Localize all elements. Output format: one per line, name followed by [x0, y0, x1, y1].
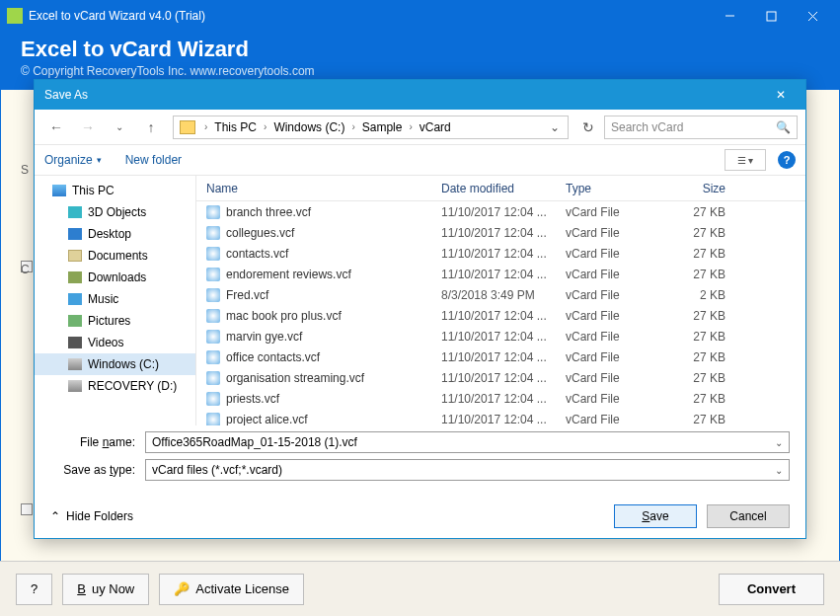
- tree-item[interactable]: Windows (C:): [35, 353, 195, 375]
- tree-item[interactable]: Videos: [35, 332, 195, 353]
- up-button[interactable]: ↑: [137, 114, 165, 141]
- help-icon[interactable]: ?: [778, 151, 796, 169]
- file-row[interactable]: Fred.vcf8/3/2018 3:49 PMvCard File2 KB: [196, 284, 805, 305]
- file-row[interactable]: collegues.vcf11/10/2017 12:04 ...vCard F…: [196, 222, 805, 243]
- file-row[interactable]: organisation streaming.vcf11/10/2017 12:…: [196, 367, 805, 388]
- vcard-icon: [206, 330, 220, 344]
- file-row[interactable]: endorement reviews.vcf11/10/2017 12:04 .…: [196, 264, 805, 284]
- search-input[interactable]: Search vCard 🔍: [604, 116, 798, 139]
- back-button[interactable]: ←: [42, 114, 70, 141]
- save-type-select[interactable]: vCard files (*.vcf;*.vcard)⌄: [145, 459, 790, 481]
- folder-type-icon: [68, 293, 82, 305]
- vcard-icon: [206, 309, 220, 323]
- recent-dropdown[interactable]: ⌄: [106, 114, 133, 141]
- activate-license-button[interactable]: 🔑Activate License: [159, 574, 304, 605]
- chevron-up-icon: ⌃: [50, 509, 60, 523]
- vcard-icon: [206, 226, 220, 240]
- folder-type-icon: [68, 315, 82, 327]
- checkbox-behind2[interactable]: [21, 503, 33, 515]
- key-icon: 🔑: [174, 581, 190, 596]
- col-size[interactable]: Size: [674, 182, 747, 195]
- vcard-icon: [206, 205, 220, 219]
- tree-item[interactable]: This PC: [35, 180, 195, 201]
- banner-title: Excel to vCard Wizard: [21, 37, 819, 62]
- folder-type-icon: [68, 337, 82, 348]
- nav-row: ← → ⌄ ↑ › This PC › Windows (C:) › Sampl…: [35, 110, 805, 145]
- col-date[interactable]: Date modified: [441, 182, 566, 195]
- buy-now-button[interactable]: Buy Now: [62, 574, 149, 605]
- save-type-label: Save as type:: [50, 463, 145, 477]
- file-row[interactable]: marvin gye.vcf11/10/2017 12:04 ...vCard …: [196, 326, 805, 346]
- folder-type-icon: [68, 206, 82, 218]
- tree-item[interactable]: Pictures: [35, 310, 195, 332]
- dialog-title-text: Save As: [44, 88, 88, 102]
- refresh-button[interactable]: ↻: [576, 116, 600, 139]
- file-row[interactable]: project alice.vcf11/10/2017 12:04 ...vCa…: [196, 409, 805, 425]
- save-as-dialog: Save As ✕ ← → ⌄ ↑ › This PC › Windows (C…: [34, 79, 806, 539]
- folder-type-icon: [68, 250, 82, 262]
- view-options[interactable]: ☰ ▾: [725, 149, 766, 171]
- maximize-button[interactable]: [750, 1, 792, 31]
- close-button[interactable]: [792, 1, 833, 31]
- file-row[interactable]: contacts.vcf11/10/2017 12:04 ...vCard Fi…: [196, 243, 805, 264]
- folder-icon: [180, 120, 195, 134]
- tree-item[interactable]: Music: [35, 288, 195, 310]
- file-row[interactable]: priests.vcf11/10/2017 12:04 ...vCard Fil…: [196, 388, 805, 409]
- titlebar[interactable]: Excel to vCard Wizard v4.0 (Trial): [1, 1, 839, 31]
- bc-item[interactable]: vCard: [418, 120, 453, 134]
- file-row[interactable]: office contacts.vcf11/10/2017 12:04 ...v…: [196, 346, 805, 367]
- search-icon: 🔍: [776, 120, 791, 134]
- column-headers[interactable]: Name Date modified Type Size: [196, 176, 805, 201]
- bc-item[interactable]: Windows (C:): [271, 120, 346, 134]
- folder-type-icon: [68, 358, 82, 370]
- dialog-titlebar[interactable]: Save As ✕: [35, 80, 805, 110]
- svg-rect-1: [767, 12, 776, 21]
- folder-type-icon: [68, 380, 82, 392]
- file-list[interactable]: branch three.vcf11/10/2017 12:04 ...vCar…: [196, 201, 805, 425]
- tree-item[interactable]: Desktop: [35, 223, 195, 245]
- file-name-input[interactable]: Office365RoadMap_01-15-2018 (1).vcf⌄: [145, 431, 790, 453]
- window-title: Excel to vCard Wizard v4.0 (Trial): [29, 9, 205, 23]
- tree-item[interactable]: 3D Objects: [35, 201, 195, 223]
- banner-copyright: © Copyright RecoveryTools Inc. www.recov…: [21, 64, 819, 78]
- bc-item[interactable]: Sample: [360, 120, 405, 134]
- vcard-icon: [206, 413, 220, 426]
- folder-type-icon: [68, 228, 82, 240]
- file-name-label: File name:: [50, 435, 145, 449]
- folder-tree[interactable]: This PC3D ObjectsDesktopDocumentsDownloa…: [35, 176, 196, 425]
- organize-menu[interactable]: Organize ▾: [44, 153, 102, 167]
- app-icon: [7, 8, 23, 24]
- breadcrumb[interactable]: › This PC › Windows (C:) › Sample › vCar…: [173, 116, 569, 139]
- vcard-icon: [206, 392, 220, 406]
- folder-type-icon: [68, 271, 82, 283]
- new-folder-button[interactable]: New folder: [125, 153, 182, 167]
- hide-folders-toggle[interactable]: ⌃ Hide Folders: [50, 509, 133, 523]
- dialog-close-button[interactable]: ✕: [766, 88, 796, 102]
- folder-type-icon: [52, 185, 66, 196]
- forward-button[interactable]: →: [74, 114, 102, 141]
- vcard-icon: [206, 268, 220, 281]
- tree-item[interactable]: Documents: [35, 245, 195, 267]
- vcard-icon: [206, 350, 220, 364]
- help-button[interactable]: ?: [16, 574, 52, 605]
- cancel-button[interactable]: Cancel: [707, 504, 790, 528]
- tree-item[interactable]: RECOVERY (D:): [35, 375, 195, 397]
- convert-button[interactable]: Convert: [719, 574, 824, 605]
- vcard-icon: [206, 371, 220, 385]
- col-type[interactable]: Type: [566, 182, 674, 195]
- chevron-down-icon[interactable]: ⌄: [544, 120, 566, 134]
- minimize-button[interactable]: [709, 1, 750, 31]
- tree-item[interactable]: Downloads: [35, 267, 195, 288]
- file-row[interactable]: mac book pro plus.vcf11/10/2017 12:04 ..…: [196, 305, 805, 326]
- file-row[interactable]: branch three.vcf11/10/2017 12:04 ...vCar…: [196, 201, 805, 222]
- save-button[interactable]: Save: [614, 504, 697, 528]
- vcard-icon: [206, 288, 220, 302]
- col-name[interactable]: Name: [196, 182, 441, 195]
- vcard-icon: [206, 247, 220, 261]
- bc-item[interactable]: This PC: [212, 120, 259, 134]
- toolbar: Organize ▾ New folder ☰ ▾ ?: [35, 145, 805, 175]
- bottom-bar: ? Buy Now 🔑Activate License Convert: [0, 561, 840, 616]
